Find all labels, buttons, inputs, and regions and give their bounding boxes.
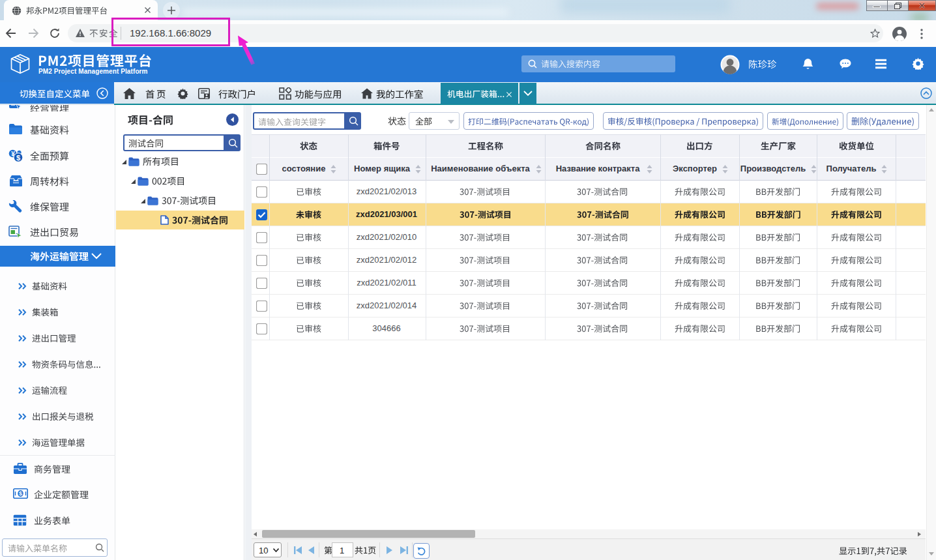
svg-text:$: $ bbox=[19, 490, 22, 497]
svg-text:$: $ bbox=[16, 154, 20, 162]
